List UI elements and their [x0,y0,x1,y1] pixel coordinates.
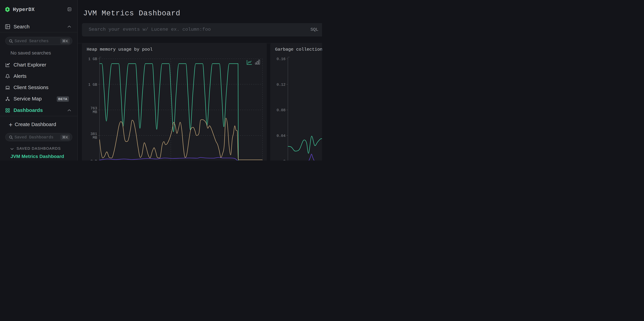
svg-text:0.08: 0.08 [276,108,286,112]
svg-text:MB: MB [93,136,97,140]
svg-text:1 GB: 1 GB [88,57,97,61]
svg-text:0.04: 0.04 [276,134,286,138]
svg-text:0.16: 0.16 [276,57,286,61]
svg-text:0.12: 0.12 [276,83,286,87]
svg-text:MB: MB [93,110,97,114]
svg-text:1 GB: 1 GB [88,83,97,87]
svg-text:0 B: 0 B [90,159,97,160]
svg-text:0: 0 [283,159,286,160]
